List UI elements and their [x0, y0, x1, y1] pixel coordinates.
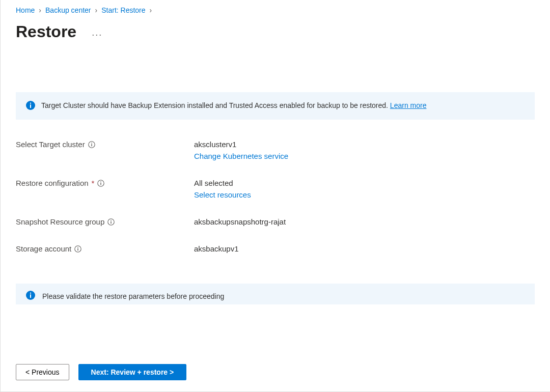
- value-snapshot-rg: aksbackupsnapshotrg-rajat: [194, 217, 286, 226]
- chevron-right-icon: ›: [150, 6, 152, 14]
- info-bar-extension: Target Cluster should have Backup Extens…: [16, 92, 535, 120]
- next-review-restore-button[interactable]: Next: Review + restore >: [78, 364, 187, 380]
- svg-rect-2: [30, 103, 31, 104]
- svg-rect-5: [91, 143, 92, 143]
- field-storage-account: Storage account aksbackupv1: [16, 244, 535, 253]
- breadcrumb: Home › Backup center › Start: Restore ›: [16, 6, 535, 14]
- svg-rect-17: [30, 293, 31, 294]
- validate-text: Please validate the restore parameters b…: [42, 292, 224, 300]
- action-change-k8s[interactable]: Change Kubernetes service: [194, 152, 288, 160]
- svg-rect-16: [30, 294, 31, 298]
- info-text: Target Cluster should have Backup Extens…: [41, 101, 390, 109]
- field-snapshot-rg: Snapshot Resource group aksbackupsnapsho…: [16, 217, 535, 226]
- page-title: Restore: [16, 22, 76, 41]
- field-restore-config: Restore configuration * All selected Sel…: [16, 179, 535, 199]
- label-storage-account: Storage account: [16, 244, 71, 253]
- info-icon: [26, 101, 35, 111]
- chevron-right-icon: ›: [95, 6, 98, 14]
- svg-rect-1: [30, 104, 31, 108]
- svg-rect-4: [91, 144, 92, 146]
- label-target-cluster: Select Target cluster: [16, 140, 85, 149]
- value-restore-config: All selected: [194, 179, 251, 187]
- svg-rect-14: [78, 247, 78, 247]
- field-target-cluster: Select Target cluster aksclusterv1 Chang…: [16, 140, 535, 160]
- breadcrumb-start-restore[interactable]: Start: Restore: [101, 6, 145, 14]
- value-target-cluster: aksclusterv1: [194, 140, 288, 149]
- info-icon: [26, 291, 35, 301]
- label-restore-config: Restore configuration: [16, 179, 89, 187]
- more-actions-icon[interactable]: ···: [92, 30, 102, 40]
- svg-rect-7: [101, 182, 101, 185]
- required-icon: *: [92, 179, 95, 187]
- action-select-resources[interactable]: Select resources: [194, 190, 251, 199]
- info-circle-icon[interactable]: [74, 245, 81, 253]
- learn-more-link[interactable]: Learn more: [390, 101, 427, 109]
- chevron-right-icon: ›: [39, 6, 41, 14]
- svg-rect-13: [78, 248, 78, 250]
- info-circle-icon[interactable]: [107, 218, 115, 226]
- previous-button[interactable]: < Previous: [16, 364, 69, 380]
- breadcrumb-backup-center[interactable]: Backup center: [45, 6, 91, 14]
- info-bar-validate: Please validate the restore parameters b…: [16, 284, 535, 304]
- value-storage-account: aksbackupv1: [194, 244, 239, 253]
- info-circle-icon[interactable]: [88, 141, 95, 148]
- svg-rect-10: [111, 221, 112, 223]
- breadcrumb-home[interactable]: Home: [16, 6, 35, 14]
- footer-buttons: < Previous Next: Review + restore >: [16, 364, 186, 380]
- info-circle-icon[interactable]: [97, 180, 104, 187]
- label-snapshot-rg: Snapshot Resource group: [16, 217, 104, 226]
- svg-rect-11: [111, 220, 112, 220]
- svg-rect-8: [101, 181, 101, 182]
